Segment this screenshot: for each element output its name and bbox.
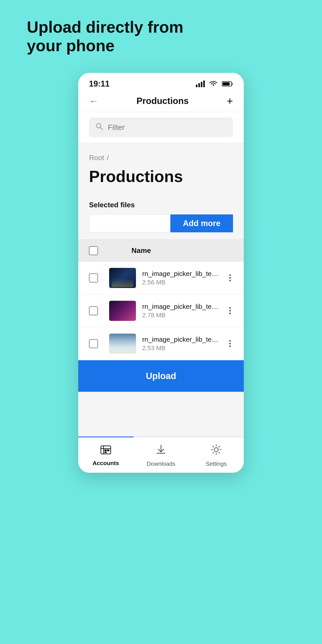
- svg-point-15: [214, 448, 218, 452]
- row3-menu-button[interactable]: [227, 338, 233, 349]
- selected-files-section: Selected files Add more: [78, 194, 244, 240]
- svg-rect-14: [104, 452, 107, 453]
- row1-file-name: rn_image_picker_lib_temp_6...: [142, 270, 223, 278]
- svg-rect-13: [107, 450, 109, 451]
- nav-title: Productions: [136, 96, 188, 106]
- table-row: rn_image_picker_lib_temp_6... 2.56 MB: [78, 262, 244, 294]
- header-checkbox-col: [89, 246, 105, 255]
- filter-bar: [78, 112, 244, 143]
- row1-file-info: rn_image_picker_lib_temp_6... 2.56 MB: [142, 270, 227, 286]
- selected-files-empty: [89, 214, 170, 232]
- folder-header: Root / Productions: [78, 143, 244, 194]
- tab-accounts[interactable]: Accounts: [78, 437, 134, 473]
- accounts-icon: [100, 444, 112, 458]
- page-heading: Upload directly from your phone: [27, 18, 192, 55]
- row2-file-info: rn_image_picker_lib_temp_d... 2.78 MB: [142, 303, 227, 319]
- add-button[interactable]: +: [227, 96, 233, 106]
- row3-thumbnail: [109, 334, 136, 354]
- add-more-button[interactable]: Add more: [170, 214, 233, 232]
- row2-menu-button[interactable]: [227, 305, 233, 316]
- status-icons: [196, 80, 233, 87]
- row2-file-size: 2.78 MB: [142, 312, 227, 319]
- nav-bar: ← Productions +: [78, 92, 244, 112]
- filter-input[interactable]: [108, 123, 227, 132]
- settings-icon: [210, 444, 222, 458]
- breadcrumb: Root /: [89, 154, 233, 162]
- breadcrumb-separator: /: [107, 154, 109, 162]
- phone-frame: 19:11 ← Productions: [78, 73, 244, 473]
- status-time: 19:11: [89, 79, 110, 88]
- accounts-label: Accounts: [92, 460, 119, 467]
- bottom-spacer: [78, 392, 244, 436]
- selected-files-label: Selected files: [89, 201, 135, 209]
- selected-files-row: Add more: [89, 214, 233, 232]
- table-row: rn_image_picker_lib_temp_6... 2.53 MB: [78, 327, 244, 360]
- settings-label: Settings: [206, 460, 227, 467]
- back-button[interactable]: ←: [89, 96, 98, 106]
- selected-files-header: Selected files: [89, 201, 233, 209]
- upload-button[interactable]: Upload: [78, 360, 244, 392]
- svg-rect-5: [232, 83, 232, 85]
- file-list-header: Name: [78, 240, 244, 262]
- downloads-label: Downloads: [147, 460, 176, 467]
- row2-checkbox-col: [89, 306, 105, 315]
- tab-downloads[interactable]: Downloads: [134, 437, 189, 473]
- signal-icon: [196, 80, 205, 87]
- svg-rect-2: [201, 82, 202, 87]
- battery-icon: [222, 81, 233, 87]
- header-name-col: Name: [105, 246, 233, 255]
- svg-rect-1: [198, 83, 200, 87]
- status-bar: 19:11: [78, 73, 244, 92]
- select-all-checkbox[interactable]: [89, 246, 98, 255]
- row1-menu-button[interactable]: [227, 272, 233, 284]
- row3-checkbox[interactable]: [89, 339, 98, 348]
- row3-checkbox-col: [89, 339, 105, 348]
- folder-title: Productions: [89, 167, 233, 186]
- file-list: Name rn_image_picker_lib_temp_6... 2.56 …: [78, 240, 244, 360]
- svg-line-8: [100, 127, 103, 130]
- tab-bar: Accounts Downloads Settings: [78, 436, 244, 473]
- row3-file-info: rn_image_picker_lib_temp_6... 2.53 MB: [142, 336, 227, 352]
- svg-rect-12: [104, 450, 107, 451]
- row2-checkbox[interactable]: [89, 306, 98, 315]
- row1-file-size: 2.56 MB: [142, 279, 227, 286]
- row2-thumbnail: [109, 301, 136, 321]
- tab-settings[interactable]: Settings: [188, 437, 244, 473]
- row1-checkbox-col: [89, 274, 105, 282]
- row2-file-name: rn_image_picker_lib_temp_d...: [142, 303, 223, 310]
- svg-rect-6: [222, 82, 230, 86]
- row3-file-size: 2.53 MB: [142, 344, 227, 352]
- filter-input-wrap[interactable]: [89, 118, 233, 137]
- svg-rect-0: [196, 84, 198, 87]
- row1-checkbox[interactable]: [89, 274, 98, 282]
- row3-file-name: rn_image_picker_lib_temp_6...: [142, 336, 223, 343]
- downloads-icon: [155, 444, 167, 458]
- search-icon: [95, 122, 103, 132]
- breadcrumb-root[interactable]: Root: [89, 154, 104, 162]
- table-row: rn_image_picker_lib_temp_d... 2.78 MB: [78, 294, 244, 327]
- wifi-icon: [209, 80, 218, 87]
- page-title: Upload directly from your phone: [27, 18, 192, 55]
- svg-rect-3: [203, 80, 205, 87]
- row1-thumbnail: [109, 268, 136, 288]
